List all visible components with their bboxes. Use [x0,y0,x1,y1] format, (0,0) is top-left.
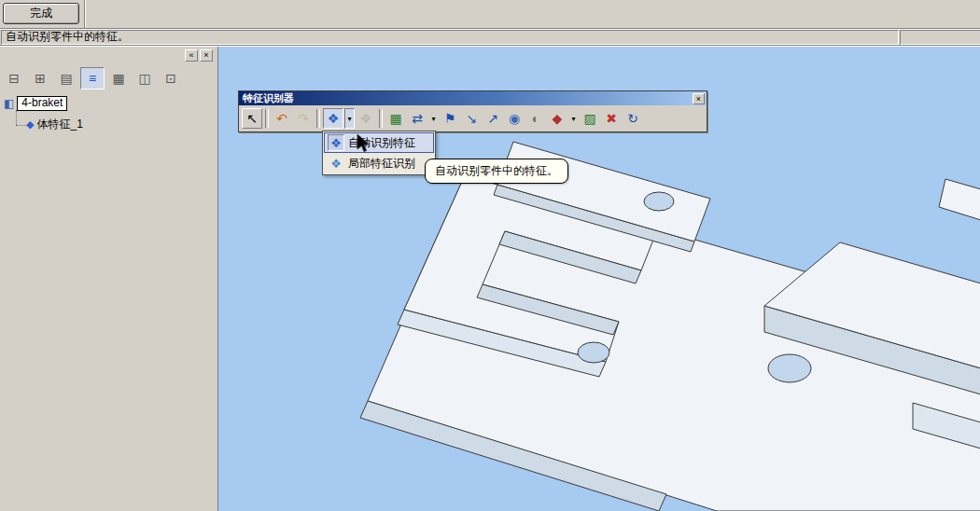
select-tool-button[interactable]: ↖ [242,108,262,129]
recognize-disabled-button[interactable]: ❖ [356,108,376,129]
menu-item-auto-recognize[interactable]: ❖ 自动识别特征 [324,132,434,153]
local-recognize-icon: ❖ [328,155,344,172]
auto-recognize-icon: ❖ [328,134,344,151]
feature-tree-icon[interactable]: ⊟ [2,67,26,90]
toolbar-separator [265,109,269,128]
body-feature-icon: ◆ [26,119,34,130]
feature-map-button[interactable]: ▦ [385,108,406,129]
redo-button[interactable]: ↷ [293,108,314,129]
grid-options-button[interactable]: ▨ [580,108,600,129]
done-button[interactable]: 完成 [3,3,79,24]
flag-feature-button[interactable]: ⚑ [440,108,460,129]
paint-features-button[interactable]: ◆ [547,108,567,129]
tree-connector [16,125,27,126]
application-window: 完成 自动识别零件中的特征。 « × ⊟ ⊞ ▤ ≡ ▦ ◫ ⊡ ◧ 4-bra… [0,0,980,511]
recognizer-titlebar[interactable]: 特征识别器 × [239,91,707,105]
feature-recognizer-toolbar: 特征识别器 × ↖ ↶ ↷ ❖ ▾ ❖ ▦ ⇄ ▾ ⚑ ↘ ↗ ◉ ◐ ◆ ▾ … [238,90,707,132]
feature-manager-panel: « × ⊟ ⊞ ▤ ≡ ▦ ◫ ⊡ ◧ 4-braket ◆ 体特征_1 [0,47,216,511]
step-forward-button[interactable]: ↘ [461,108,482,129]
layers-display-icon[interactable]: ≡ [80,67,105,90]
content-separator [0,45,980,46]
recognizer-title: 特征识别器 [243,91,693,105]
tab-hole [644,192,674,211]
grid-display-icon[interactable]: ▦ [106,67,131,90]
section-view-icon[interactable]: ▤ [54,67,78,90]
camera-views-icon[interactable]: ◫ [133,67,157,90]
tree-item-body-feature[interactable]: 体特征_1 [36,117,82,132]
tree-connector [16,110,17,125]
feature-tree: ◧ 4-braket ◆ 体特征_1 [4,95,209,132]
status-message: 自动识别零件中的特征。 [1,30,899,45]
recognizer-close-icon[interactable]: × [693,93,705,104]
auto-recognize-button[interactable]: ❖ [323,108,343,129]
auto-recognize-caret-icon[interactable]: ▾ [344,108,355,129]
toolbar-divider [84,0,86,28]
tree-row-body-feature[interactable]: ◆ 体特征_1 [26,117,209,132]
toolbar-separator [316,109,320,128]
paint-features-caret-icon[interactable]: ▾ [568,108,579,129]
mouse-cursor-icon [356,133,374,154]
swap-direction-caret-icon[interactable]: ▾ [428,108,439,129]
status-secondary [900,30,980,45]
panel-header: « × [185,49,213,62]
panel-toolbar: ⊟ ⊞ ▤ ≡ ▦ ◫ ⊡ [2,67,183,90]
panel-close-button[interactable]: × [200,49,213,62]
tooltip: 自动识别零件中的特征。 [425,159,568,184]
tree-item-part[interactable]: 4-braket [17,96,67,111]
hierarchy-icon[interactable]: ⊡ [159,67,183,90]
menu-item-local-recognize[interactable]: ❖ 局部特征识别 [324,153,434,173]
refresh-button[interactable]: ↻ [623,108,643,129]
corner-tab-face [939,179,980,220]
part-icon: ◧ [4,98,14,109]
step-up-button[interactable]: ↗ [483,108,503,129]
top-toolbar: 完成 [0,0,980,29]
plate-hole-large [768,354,811,382]
swap-direction-button[interactable]: ⇄ [407,108,427,129]
menu-item-label: 局部特征识别 [348,156,415,172]
tree-row-root[interactable]: ◧ 4-braket [4,95,209,111]
recognizer-toolbar-row: ↖ ↶ ↷ ❖ ▾ ❖ ▦ ⇄ ▾ ⚑ ↘ ↗ ◉ ◐ ◆ ▾ ▨ ✖ ↻ [239,105,707,131]
display-pane-icon[interactable]: ⊞ [28,67,52,90]
toolbar-separator [379,109,383,128]
recognize-dropdown-menu: ❖ 自动识别特征 ❖ 局部特征识别 [322,131,436,175]
plate-hole-small [578,342,609,363]
panel-collapse-button[interactable]: « [185,49,198,62]
shaded-view-button[interactable]: ◐ [525,108,546,129]
delete-feature-button[interactable]: ✖ [601,108,622,129]
undo-button[interactable]: ↶ [272,108,292,129]
globe-view-button[interactable]: ◉ [504,108,525,129]
